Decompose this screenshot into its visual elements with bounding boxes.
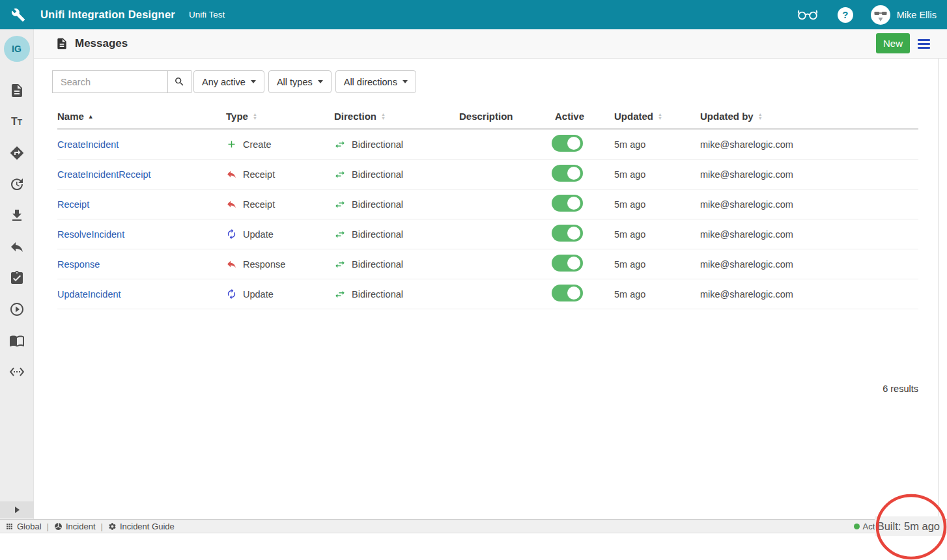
statusbar-item-incident-guide[interactable]: Incident Guide — [108, 522, 175, 531]
types-filter-dropdown[interactable]: All types — [268, 70, 332, 93]
types-filter-label: All types — [277, 77, 313, 87]
active-toggle[interactable] — [552, 195, 583, 212]
gear-icon — [108, 522, 117, 531]
chevron-down-icon — [318, 80, 323, 83]
messages-document-icon — [55, 37, 68, 50]
sort-icon: ▲▼ — [253, 113, 257, 120]
directions-filter-label: All directions — [344, 77, 397, 87]
updated-by-cell: mike@sharelogic.com — [700, 169, 918, 180]
statusbar-item-incident[interactable]: Incident — [54, 522, 96, 531]
status-dot-icon — [854, 524, 860, 529]
message-name-link[interactable]: ResolveIncident — [57, 229, 124, 240]
content-right-border — [938, 59, 939, 519]
updated-cell: 5m ago — [614, 199, 700, 210]
help-icon[interactable]: ? — [838, 7, 853, 23]
message-name-link[interactable]: UpdateIncident — [57, 289, 121, 300]
table-row: Response Response Bidirectional 5m ago m… — [57, 249, 918, 279]
active-filter-label: Any active — [202, 77, 246, 87]
sidebar-collapse-button[interactable] — [0, 501, 34, 518]
sort-icon: ▲▼ — [658, 113, 662, 120]
column-header-updated[interactable]: Updated ▲▼ — [614, 111, 700, 122]
active-toggle[interactable] — [552, 135, 583, 152]
updated-by-cell: mike@sharelogic.com — [700, 259, 918, 270]
download-icon[interactable] — [9, 208, 25, 223]
column-header-direction[interactable]: Direction ▲▼ — [334, 111, 459, 122]
search-button[interactable] — [167, 70, 191, 93]
sort-icon: ▲▼ — [381, 113, 386, 120]
built-timestamp: Built: 5m ago — [875, 516, 942, 536]
history-icon[interactable] — [9, 176, 25, 192]
updated-by-cell: mike@sharelogic.com — [700, 139, 918, 150]
new-button[interactable]: New — [876, 33, 910, 53]
search-icon — [174, 76, 185, 87]
bidirectional-icon — [334, 139, 346, 150]
code-icon[interactable] — [9, 364, 25, 380]
updated-by-cell: mike@sharelogic.com — [700, 289, 918, 300]
updated-by-cell: mike@sharelogic.com — [700, 229, 918, 240]
updated-cell: 5m ago — [614, 289, 700, 300]
messages-table: Name ▲ Type ▲▼ Direction ▲▼ Description … — [57, 104, 918, 309]
updated-cell: 5m ago — [614, 259, 700, 270]
column-header-description: Description — [459, 111, 555, 122]
page-title: Messages — [75, 37, 128, 50]
receipt-reply-icon — [226, 169, 237, 180]
filter-bar: Any active All types All directions — [52, 70, 416, 93]
page-header: Messages New — [34, 29, 947, 59]
updated-cell: 5m ago — [614, 169, 700, 180]
active-toggle[interactable] — [552, 285, 583, 301]
top-bar: Unifi Integration Designer Unifi Test ? … — [0, 0, 947, 29]
type-label: Update — [243, 289, 274, 300]
column-header-active: Active — [555, 111, 614, 122]
expand-arrow-icon — [15, 507, 20, 513]
directions-icon[interactable] — [9, 145, 25, 161]
receipt-reply-icon — [226, 259, 237, 270]
user-avatar[interactable] — [871, 5, 890, 25]
table-row: UpdateIncident Update Bidirectional 5m a… — [57, 279, 918, 309]
bidirectional-icon — [334, 229, 346, 240]
bidirectional-icon — [334, 169, 346, 180]
direction-label: Bidirectional — [352, 139, 403, 150]
environment-name: Unifi Test — [189, 10, 225, 20]
active-filter-dropdown[interactable]: Any active — [193, 70, 264, 93]
direction-label: Bidirectional — [352, 289, 403, 300]
chevron-down-icon — [403, 80, 408, 83]
updated-cell: 5m ago — [614, 139, 700, 150]
type-label: Update — [243, 229, 274, 240]
status-bar: Global | Incident | Incident Guide Activ… — [0, 519, 947, 533]
hamburger-menu-icon[interactable] — [918, 39, 930, 49]
message-name-link[interactable]: CreateIncidentReceipt — [57, 169, 150, 180]
message-name-link[interactable]: Response — [57, 259, 100, 270]
separator: | — [47, 522, 49, 531]
tasks-icon[interactable] — [9, 270, 25, 286]
statusbar-item-global[interactable]: Global — [5, 522, 42, 531]
search-input[interactable] — [52, 70, 167, 93]
active-toggle[interactable] — [552, 165, 583, 182]
incident-icon — [54, 522, 63, 531]
receipt-reply-icon — [226, 199, 237, 210]
reply-icon[interactable] — [9, 239, 25, 255]
active-toggle[interactable] — [552, 255, 583, 272]
grid-icon — [5, 522, 14, 531]
column-header-type[interactable]: Type ▲▼ — [226, 111, 334, 122]
column-header-name[interactable]: Name ▲ — [57, 111, 226, 122]
active-toggle[interactable] — [552, 225, 583, 242]
table-row: CreateIncidentReceipt Receipt Bidirectio… — [57, 160, 918, 189]
document-icon[interactable] — [9, 83, 25, 98]
text-format-icon[interactable]: TT — [9, 114, 25, 130]
book-icon[interactable] — [9, 333, 25, 348]
glasses-icon[interactable] — [797, 9, 818, 20]
direction-label: Bidirectional — [352, 169, 403, 180]
play-circle-icon[interactable] — [9, 301, 25, 317]
app-title: Unifi Integration Designer — [40, 8, 175, 21]
wrench-icon — [11, 8, 25, 22]
user-name: Mike Ellis — [897, 10, 937, 20]
table-header-row: Name ▲ Type ▲▼ Direction ▲▼ Description … — [57, 104, 918, 130]
type-label: Response — [243, 259, 285, 270]
table-row: ResolveIncident Update Bidirectional 5m … — [57, 219, 918, 249]
message-name-link[interactable]: Receipt — [57, 199, 89, 210]
directions-filter-dropdown[interactable]: All directions — [335, 70, 416, 93]
column-header-updated-by[interactable]: Updated by ▲▼ — [700, 111, 918, 122]
message-name-link[interactable]: CreateIncident — [57, 139, 119, 150]
update-refresh-icon — [226, 229, 237, 240]
bidirectional-icon — [334, 199, 346, 210]
